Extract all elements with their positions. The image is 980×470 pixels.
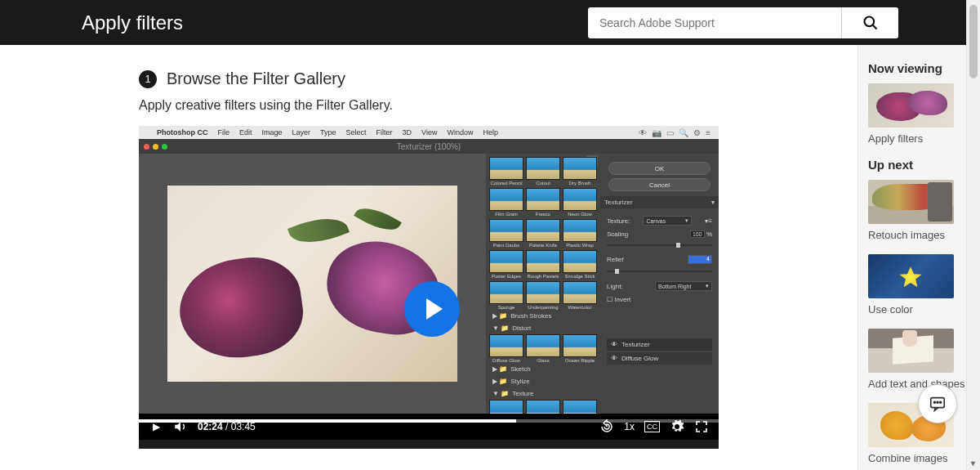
filter-thumb-label: Ocean Ripple <box>563 358 597 363</box>
up-next-thumb-color[interactable] <box>868 254 954 298</box>
filter-thumb <box>526 188 560 211</box>
texture-select: Canvas▾ <box>643 216 692 226</box>
progress-bar[interactable] <box>139 419 719 423</box>
filter-thumb <box>563 400 597 414</box>
filter-thumb-label: Fresco <box>526 212 560 217</box>
relief-slider <box>607 271 712 272</box>
texture-row: Texture:Canvas▾▾≡ <box>607 213 712 228</box>
svg-point-5 <box>940 401 942 403</box>
menu-type: Type <box>320 128 336 137</box>
main-content: 1 Browse the Filter Gallery Apply creati… <box>0 45 858 470</box>
photoshop-titlebar: Texturizer (100%) <box>139 139 719 154</box>
filter-gallery-list: Colored PencilCutoutDry BrushFilm GrainF… <box>486 154 600 414</box>
zoom-dot <box>162 144 167 150</box>
close-dot <box>144 144 149 150</box>
now-viewing-title: Now viewing <box>868 61 970 75</box>
page-scrollbar[interactable]: ▲ ▼ <box>966 0 980 470</box>
step-subtitle: Apply creative filters using the Filter … <box>139 98 833 113</box>
menu-file: File <box>218 128 230 137</box>
search-input[interactable] <box>588 7 841 38</box>
filter-thumb <box>489 334 523 357</box>
filter-thumb <box>563 157 597 180</box>
chat-button[interactable] <box>918 384 957 423</box>
cc-button[interactable]: CC <box>644 421 660 432</box>
folder-stylize: ▶ 📁 Stylize <box>489 375 597 387</box>
step-heading: 1 Browse the Filter Gallery <box>139 69 833 88</box>
menu-window: Window <box>447 128 473 137</box>
filter-thumb <box>489 400 523 414</box>
effect-previous: 👁 Diffuse Glow <box>607 352 712 365</box>
panel-title-row: Texturizer▾ <box>600 196 719 208</box>
menu-3d: 3D <box>403 128 412 137</box>
video-controls: ▶ 02:24 / 03:45 1x CC <box>139 414 719 440</box>
filter-thumb <box>489 188 523 211</box>
window-title: Texturizer (100%) <box>397 142 461 151</box>
traffic-lights <box>144 144 167 150</box>
mac-status-icons: 👁📷▭🔍⚙≡ <box>639 128 710 137</box>
filter-thumb-label: Cutout <box>526 181 560 186</box>
menu-layer: Layer <box>292 128 311 137</box>
menu-help: Help <box>483 128 498 137</box>
effect-active: 👁 Texturizer <box>607 338 712 351</box>
chat-icon <box>929 395 947 413</box>
up-next-label-text[interactable]: Add text and shapes <box>868 378 970 390</box>
menu-select: Select <box>346 128 367 137</box>
up-next-label-combine[interactable]: Combine images <box>868 452 970 464</box>
svg-line-1 <box>872 25 876 29</box>
filter-thumb <box>563 219 597 242</box>
filter-thumb <box>489 219 523 242</box>
search-icon <box>862 15 879 31</box>
filter-thumb-label: Film Grain <box>489 212 523 217</box>
filter-thumb <box>526 281 560 304</box>
up-next-thumb-retouch[interactable] <box>868 180 954 224</box>
now-viewing-thumb[interactable] <box>868 83 954 128</box>
filter-thumb-label: Palette Knife <box>526 243 560 248</box>
step-number-badge: 1 <box>139 70 157 88</box>
menu-filter: Filter <box>376 128 393 137</box>
filter-thumb <box>526 250 560 273</box>
scroll-thumb[interactable] <box>969 5 978 78</box>
now-viewing-label[interactable]: Apply filters <box>868 132 970 145</box>
menu-view: View <box>421 128 437 137</box>
filter-thumb <box>489 250 523 273</box>
light-row: Light:Bottom Right▾ <box>607 279 712 293</box>
filter-thumb-label: Plastic Wrap <box>563 243 597 248</box>
folder-texture: ▼ 📁 Texture <box>489 387 597 400</box>
folder-sketch: ▶ 📁 Sketch <box>489 363 597 375</box>
macos-menubar: Photoshop CC File Edit Image Layer Type … <box>139 126 719 139</box>
filter-thumb <box>563 188 597 211</box>
filter-thumb <box>526 157 560 180</box>
scaling-row: Scaling100 % <box>607 228 712 240</box>
filter-thumb-label: Rough Pastels <box>526 274 560 279</box>
svg-point-3 <box>933 401 935 403</box>
up-next-thumb-text[interactable] <box>868 329 954 373</box>
search-form <box>588 7 898 38</box>
filter-thumb <box>563 250 597 273</box>
filter-thumb-label: Sponge <box>489 305 523 310</box>
filter-thumb-label: Glass <box>526 358 560 363</box>
filter-thumb-label: Paint Daubs <box>489 243 523 248</box>
video-player[interactable]: Photoshop CC File Edit Image Layer Type … <box>139 126 719 449</box>
search-button[interactable] <box>841 7 898 38</box>
filter-thumb <box>489 157 523 180</box>
app-name: Photoshop CC <box>157 128 208 137</box>
up-next-label-retouch[interactable]: Retouch images <box>868 229 970 241</box>
filter-thumb <box>563 334 597 357</box>
menu-image: Image <box>262 128 283 137</box>
filter-thumb-label: Colored Pencil <box>489 181 523 186</box>
filter-thumb-label: Smudge Stick <box>563 274 597 279</box>
filter-thumb <box>563 281 597 304</box>
scroll-down-icon[interactable]: ▼ <box>966 456 980 470</box>
play-icon <box>426 298 443 320</box>
page-title: Apply filters <box>82 11 588 34</box>
scaling-slider <box>607 244 712 246</box>
cancel-button: Cancel <box>608 178 710 191</box>
speed-button[interactable]: 1x <box>624 421 635 432</box>
step-title: Browse the Filter Gallery <box>167 69 345 88</box>
filter-thumb <box>526 400 560 414</box>
up-next-label-color[interactable]: Use color <box>868 303 970 316</box>
filter-thumb-label: Watercolor <box>563 305 597 310</box>
play-button[interactable] <box>404 281 460 337</box>
preview-image <box>167 186 457 382</box>
page-header: Apply filters <box>0 0 980 45</box>
